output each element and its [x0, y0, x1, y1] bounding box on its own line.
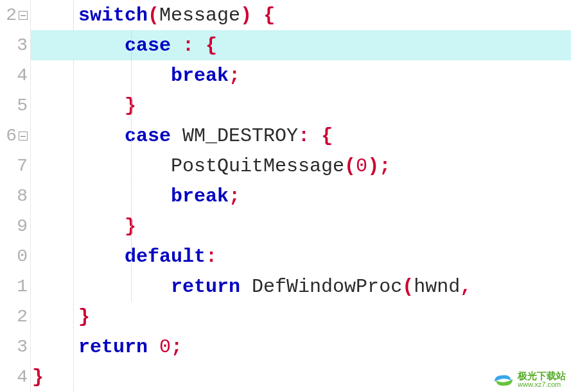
gutter-row: 1 [0, 271, 30, 302]
number-literal: 0 [356, 155, 367, 177]
semicolon: ; [379, 155, 391, 177]
identifier: DefWindowProc [252, 276, 402, 298]
identifier: WM_DESTROY [182, 125, 298, 147]
gutter-row: 3 [0, 332, 30, 362]
code-line[interactable]: } [31, 362, 571, 392]
number-literal: 0 [159, 336, 171, 358]
indent-guide [131, 181, 132, 211]
watermark-text: 极光下载站 www.xz7.com [518, 371, 566, 388]
fold-minus-icon[interactable] [19, 11, 28, 20]
paren-open: ( [148, 4, 159, 26]
line-number: 2 [6, 5, 17, 25]
code-area[interactable]: switch(Message) { case : { break; } case… [31, 0, 571, 392]
semicolon: ; [229, 65, 240, 87]
brace-open: { [263, 4, 275, 26]
code-line[interactable]: return 0; [31, 332, 571, 362]
paren-open: ( [402, 276, 414, 298]
paren-close: ) [367, 155, 379, 177]
code-line[interactable]: case WM_DESTROY: { [31, 121, 571, 151]
line-number: 1 [17, 277, 28, 296]
comma: , [460, 276, 471, 298]
indent-guide [131, 151, 132, 181]
line-number: 5 [17, 96, 28, 115]
watermark-url: www.xz7.com [518, 381, 566, 389]
brace-open: { [321, 125, 333, 147]
brace-close: } [78, 306, 90, 328]
indent-guide [131, 60, 132, 90]
identifier: PostQuitMessage [171, 155, 344, 177]
indent-guide [131, 30, 132, 60]
brace-close: } [32, 366, 44, 388]
code-line[interactable]: } [31, 302, 571, 332]
line-number: 0 [17, 246, 28, 266]
line-number: 3 [17, 35, 28, 55]
indent-guide [131, 241, 132, 271]
keyword-default: default [125, 246, 206, 268]
semicolon: ; [229, 185, 240, 207]
gutter-row: 4 [0, 60, 30, 90]
indent-guide [131, 211, 132, 241]
colon: : [206, 246, 217, 268]
brace-open: { [206, 35, 217, 56]
semicolon: ; [171, 336, 182, 358]
keyword-return: return [171, 276, 240, 298]
colon: : [182, 35, 194, 56]
keyword-break: break [171, 185, 229, 207]
code-line[interactable]: break; [31, 60, 571, 90]
identifier: hwnd [414, 276, 460, 298]
watermark-logo-icon [492, 370, 515, 389]
gutter-row: 9 [0, 211, 30, 241]
fold-minus-icon[interactable] [19, 132, 28, 141]
keyword-break: break [171, 65, 229, 87]
line-number: 3 [17, 337, 28, 357]
gutter: 2 3 4 5 6 7 8 9 0 1 2 3 4 [0, 0, 31, 392]
gutter-row: 8 [0, 181, 30, 211]
paren-close: ) [240, 4, 252, 26]
code-line[interactable]: } [31, 211, 571, 241]
code-line[interactable]: return DefWindowProc(hwnd, [31, 271, 571, 302]
code-editor: 2 3 4 5 6 7 8 9 0 1 2 3 4 switch(Message… [0, 0, 571, 392]
gutter-row: 4 [0, 362, 30, 392]
line-number: 7 [17, 156, 28, 176]
gutter-row: 2 [0, 0, 30, 30]
line-number: 4 [17, 65, 28, 85]
line-number: 9 [17, 216, 28, 236]
paren-open: ( [344, 155, 356, 177]
colon: : [298, 125, 310, 147]
code-line-current[interactable]: case : { [31, 30, 571, 60]
gutter-row: 7 [0, 151, 30, 181]
identifier: Message [159, 4, 240, 26]
keyword-return: return [78, 336, 148, 358]
line-number: 8 [17, 186, 28, 206]
code-line[interactable]: } [31, 90, 571, 121]
line-number: 4 [17, 367, 28, 387]
gutter-row: 6 [0, 121, 30, 151]
line-number: 2 [17, 307, 28, 327]
indent-guide [131, 90, 132, 121]
code-line[interactable]: break; [31, 181, 571, 211]
gutter-row: 2 [0, 302, 30, 332]
watermark: 极光下载站 www.xz7.com [492, 370, 566, 389]
gutter-row: 3 [0, 30, 30, 60]
watermark-title: 极光下载站 [518, 371, 566, 381]
code-line[interactable]: PostQuitMessage(0); [31, 151, 571, 181]
code-line[interactable]: default: [31, 241, 571, 271]
indent-guide [131, 271, 132, 302]
indent-guide [131, 121, 132, 151]
line-number: 6 [6, 126, 17, 146]
keyword-switch: switch [78, 4, 148, 26]
gutter-row: 5 [0, 90, 30, 121]
gutter-row: 0 [0, 241, 30, 271]
code-line[interactable]: switch(Message) { [31, 0, 571, 30]
